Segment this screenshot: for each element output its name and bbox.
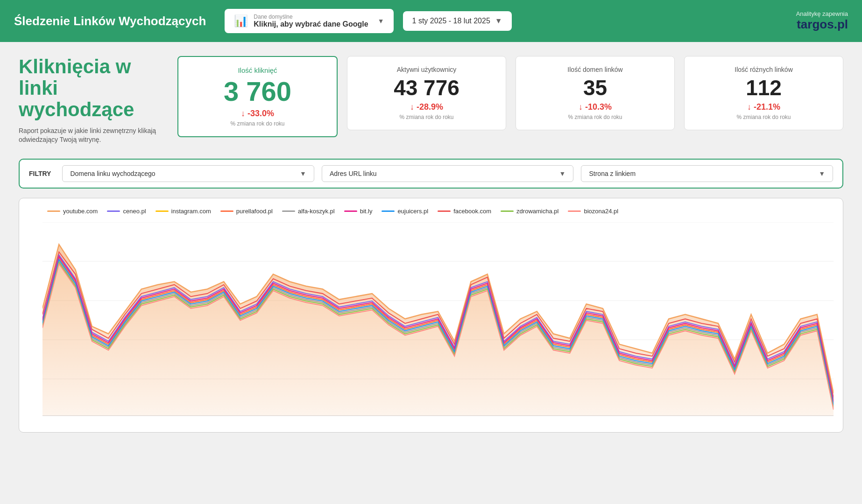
filter-url-label: Adres URL linku (330, 170, 377, 177)
legend-color (220, 210, 233, 212)
filter-page[interactable]: Strona z linkiem ▼ (581, 165, 833, 182)
legend-color (568, 210, 581, 212)
kpi-main-value: 3 760 (190, 78, 325, 105)
legend-item: zdrowamicha.pl (501, 208, 558, 215)
kpi-users-label: Aktywni użytkownicy (359, 66, 494, 73)
main-content: Kliknięcia w linki wychodzące Raport pok… (0, 42, 862, 447)
data-source-selector[interactable]: 📊 Dane domyślne Kliknij, aby wybrać dane… (225, 9, 393, 33)
legend-color (47, 210, 60, 212)
filters-label: FILTRY (29, 170, 51, 177)
chart-svg-wrapper: 1 sty4 sty7 sty10 sty13 sty16 sty19 sty2… (42, 222, 834, 418)
legend-label: purellafood.pl (236, 208, 273, 215)
filter-domain-label: Domena linku wychodzącego (70, 170, 155, 177)
page-title: Kliknięcia w linki wychodzące (19, 56, 168, 121)
date-range-value: 1 sty 2025 - 18 lut 2025 (412, 17, 490, 25)
chevron-down-icon: ▼ (819, 170, 825, 177)
legend-item: eujuicers.pl (382, 208, 428, 215)
kpi-users-change-label: % zmiana rok do roku (359, 114, 494, 120)
brand-block: Analitykę zapewnia targos.pl (796, 10, 848, 32)
legend-item: bit.ly (344, 208, 373, 215)
kpi-links-change-label: % zmiana rok do roku (696, 114, 831, 120)
filter-page-label: Strona z linkiem (589, 170, 636, 177)
header: Śledzenie Linków Wychodzących 📊 Dane dom… (0, 0, 862, 42)
legend-item: alfa-koszyk.pl (282, 208, 335, 215)
kpi-domains-change: ↓ -10.3% (528, 102, 663, 112)
kpi-users: Aktywni użytkownicy 43 776 ↓ -28.9% % zm… (347, 56, 506, 130)
kpi-main-label: Ilość kliknięć (190, 66, 325, 74)
legend-item: instagram.com (155, 208, 211, 215)
legend-color (344, 210, 357, 212)
legend-item: biozona24.pl (568, 208, 618, 215)
kpi-row: Kliknięcia w linki wychodzące Raport pok… (19, 56, 843, 145)
legend-item: ceneo.pl (107, 208, 146, 215)
date-range-selector[interactable]: 1 sty 2025 - 18 lut 2025 ▼ (403, 11, 512, 31)
page-title-block: Kliknięcia w linki wychodzące Raport pok… (19, 56, 168, 145)
legend-label: eujuicers.pl (397, 208, 428, 215)
legend-color (107, 210, 120, 212)
kpi-links-change: ↓ -21.1% (696, 102, 831, 112)
legend-label: youtube.com (63, 208, 98, 215)
legend-color (501, 210, 514, 212)
kpi-links-value: 112 (696, 77, 831, 98)
legend-label: ceneo.pl (123, 208, 146, 215)
legend-label: biozona24.pl (584, 208, 618, 215)
kpi-domains-label: Ilość domen linków (528, 66, 663, 73)
legend-label: bit.ly (360, 208, 373, 215)
filter-domain[interactable]: Domena linku wychodzącego ▼ (62, 165, 314, 182)
legend-item: youtube.com (47, 208, 98, 215)
kpi-main-change: ↓ -33.0% (190, 109, 325, 119)
legend-color (438, 210, 451, 212)
kpi-main-change-label: % zmiana rok do roku (190, 120, 325, 127)
chart-container: youtube.comceneo.plinstagram.compurellaf… (19, 198, 843, 433)
legend-label: alfa-koszyk.pl (298, 208, 335, 215)
chevron-down-icon: ▼ (378, 17, 384, 25)
chevron-down-icon: ▼ (300, 170, 306, 177)
brand-name: targos.pl (796, 17, 848, 32)
legend-color (282, 210, 295, 212)
legend-color (382, 210, 395, 212)
kpi-users-value: 43 776 (359, 77, 494, 98)
legend-color (155, 210, 169, 212)
header-title: Śledzenie Linków Wychodzących (14, 14, 206, 28)
chart-legend: youtube.comceneo.plinstagram.compurellaf… (42, 208, 834, 215)
page-description: Raport pokazuje w jakie linki zewnętrzny… (19, 126, 168, 145)
selector-label: Dane domyślne (254, 14, 368, 20)
chevron-down-icon: ▼ (559, 170, 566, 177)
kpi-links-label: Ilość różnych linków (696, 66, 831, 73)
chart-icon: 📊 (234, 14, 248, 28)
selector-value: Kliknij, aby wybrać dane Google (254, 20, 368, 28)
filter-url[interactable]: Adres URL linku ▼ (322, 165, 574, 182)
legend-label: zdrowamicha.pl (516, 208, 558, 215)
kpi-domains-value: 35 (528, 77, 663, 98)
brand-label: Analitykę zapewnia (796, 10, 848, 17)
chevron-down-icon: ▼ (495, 17, 502, 25)
kpi-domains-change-label: % zmiana rok do roku (528, 114, 663, 120)
legend-label: instagram.com (171, 208, 211, 215)
legend-label: facebook.com (453, 208, 491, 215)
legend-item: purellafood.pl (220, 208, 273, 215)
kpi-domains: Ilość domen linków 35 ↓ -10.3% % zmiana … (516, 56, 675, 130)
kpi-links: Ilość różnych linków 112 ↓ -21.1% % zmia… (684, 56, 843, 130)
line-chart: 1 sty4 sty7 sty10 sty13 sty16 sty19 sty2… (42, 222, 834, 418)
kpi-main: Ilość kliknięć 3 760 ↓ -33.0% % zmiana r… (177, 56, 338, 137)
legend-item: facebook.com (438, 208, 491, 215)
filters-row: FILTRY Domena linku wychodzącego ▼ Adres… (19, 159, 843, 189)
kpi-users-change: ↓ -28.9% (359, 102, 494, 112)
